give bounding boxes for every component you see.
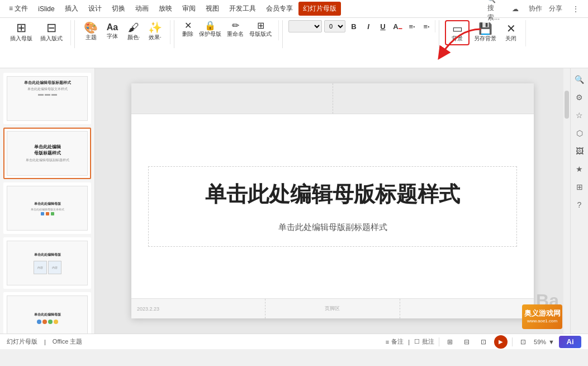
color-button[interactable]: 🖌 颜色· [124, 20, 144, 43]
slide-thumb-3[interactable]: 3 单击此处编辑母版 单击此处编辑母版文本样式 [3, 182, 91, 234]
slide-thumb-content-2: 单击此处编辑母版标题样式 单击此处编辑母版副标题样式 [7, 131, 88, 176]
sidebar-table-icon[interactable]: ⊞ [573, 180, 586, 194]
slide-thumb-4[interactable]: 4 单击此处编辑母版 内容 内容 [3, 237, 91, 289]
slide-header-left [131, 83, 333, 114]
align-left-button[interactable]: ≡· [406, 20, 418, 32]
delete-icon: ✕ [184, 21, 192, 30]
menu-review[interactable]: 审阅 [178, 2, 200, 16]
rename-button[interactable]: ✏ 重命名 [225, 20, 246, 39]
font-family-select[interactable] [288, 20, 322, 32]
delete-button[interactable]: ✕ 删除 [180, 20, 196, 39]
status-bar: 幻灯片母版 | Office 主题 ≡ 备注 | ☐ 批注 ⊞ ⊟ ⊡ ▶ ⊡ … [0, 334, 588, 349]
slide-thumb-1[interactable]: 1 单击此处编辑母版标题样式 单击此处编辑母版文本样式 [3, 73, 91, 124]
status-separator-2: | [408, 339, 410, 345]
slide-panel[interactable]: 1 单击此处编辑母版标题样式 单击此处编辑母版文本样式 2 单击此处编辑母版标题… [0, 68, 95, 334]
menu-member[interactable]: 会员专享 [262, 2, 297, 16]
status-right: ≡ 备注 | ☐ 批注 ⊞ ⊟ ⊡ ▶ ⊡ 59% ▼ Ai [386, 335, 581, 349]
save-background-button[interactable]: 💾 另存背景 [471, 21, 500, 44]
effects-icon: ✨ [148, 22, 162, 33]
sidebar-search-icon[interactable]: 🔍 [573, 73, 586, 86]
effects-button[interactable]: ✨ 效果· [145, 20, 165, 43]
cloud-icon[interactable]: ☁ [508, 3, 523, 15]
background-icon: ▭ [452, 23, 463, 34]
theme-label: 主题 [86, 34, 97, 41]
sidebar-grid-icon[interactable]: ⬡ [573, 126, 586, 140]
slide-main-title: 单击此处编辑母版标题样式 [160, 180, 505, 209]
zoom-arrow[interactable]: ▼ [548, 339, 554, 345]
menu-slideshow[interactable]: 放映 [154, 2, 177, 16]
font-size-select[interactable]: 0 [324, 20, 345, 32]
sidebar-help-icon[interactable]: ? [573, 198, 586, 212]
insert-master-icon: ⊞ [16, 22, 26, 34]
sidebar-image-icon[interactable]: 🖼 [573, 144, 586, 158]
sidebar-shape-icon[interactable]: ★ [573, 162, 586, 176]
protect-icon: 🔒 [205, 21, 216, 30]
align-right-button[interactable]: ≡· [420, 20, 433, 32]
font-color-button[interactable]: A▁ [391, 20, 404, 32]
delete-label: 删除 [182, 30, 193, 38]
branding-logo: 奥义游戏网 www.aoe1.com [522, 304, 562, 329]
background-button[interactable]: ▭ 背景 [445, 20, 470, 45]
close-label: 关闭 [505, 35, 516, 43]
slide-thumb-5[interactable]: 5 单击此处编辑母版 [3, 292, 91, 334]
separator-3 [282, 20, 283, 48]
menu-insert[interactable]: 插入 [60, 2, 83, 16]
color-icon: 🖌 [128, 22, 139, 33]
more-icon[interactable]: ⋮ [568, 3, 584, 15]
ribbon-group-insert: ⊞ 插入母版 ⊟ 插入版式 [4, 20, 71, 45]
slide-header-right [333, 83, 534, 114]
insert-master-button[interactable]: ⊞ 插入母版 [7, 20, 36, 44]
menu-view[interactable]: 视图 [201, 2, 224, 16]
notes-icon: ≡ [386, 339, 389, 345]
slide-body[interactable]: 单击此处编辑母版标题样式 单击此处编辑母版副标题样式 [131, 114, 534, 298]
normal-view-button[interactable]: ⊞ [444, 336, 456, 348]
slide-footer-page: 页脚区 [265, 299, 400, 318]
comment-icon: ☐ [414, 338, 420, 345]
slide-sorter-button[interactable]: ⊟ [461, 336, 473, 348]
rename-icon: ✏ [232, 21, 239, 30]
fit-button[interactable]: ⊡ [517, 336, 529, 348]
protect-button[interactable]: 🔒 保护母版 [197, 20, 224, 39]
notes-area[interactable]: ≡ 备注 [386, 337, 404, 346]
vertical-scrollbar[interactable] [563, 68, 570, 334]
slide-thumb-content-4: 单击此处编辑母版 内容 内容 [7, 241, 88, 285]
theme-buttons: 🎨 主题 Aa 字体 🖌 颜色· ✨ 效果· [80, 20, 165, 43]
close-button[interactable]: ✕ 关闭 [501, 21, 521, 44]
bold-button[interactable]: B [348, 20, 360, 32]
slide-thumb-2[interactable]: 2 单击此处编辑母版标题样式 单击此处编辑母版副标题样式 [3, 128, 91, 179]
play-button[interactable]: ▶ [494, 335, 508, 349]
underline-button[interactable]: U [377, 20, 389, 32]
menu-islide[interactable]: iSlide [34, 3, 59, 15]
menu-bar: ≡ 文件 iSlide 插入 设计 切换 动画 放映 审阅 视图 开发工具 会员… [4, 2, 341, 16]
menu-slidemaster[interactable]: 幻灯片母版 [298, 2, 341, 16]
search-icon[interactable]: 🔍 搜索... [487, 3, 503, 15]
separator-4 [439, 20, 439, 48]
sidebar-settings-icon[interactable]: ⚙ [573, 91, 586, 104]
italic-button[interactable]: I [362, 20, 374, 32]
comment-label: 批注 [422, 337, 434, 346]
status-separator-3 [439, 337, 439, 346]
menu-design[interactable]: 设计 [84, 2, 106, 16]
slide-content-box: 单击此处编辑母版标题样式 单击此处编辑母版副标题样式 [148, 166, 517, 247]
ai-button[interactable]: Ai [559, 336, 581, 348]
share-button[interactable]: 分享 [548, 3, 563, 15]
background-label: 背景 [452, 35, 463, 43]
status-theme: Office 主题 [53, 337, 83, 346]
slide-footer-num [400, 299, 534, 318]
slide-canvas: 单击此处编辑母版标题样式 单击此处编辑母版副标题样式 2023.2.23 页脚区 [131, 83, 534, 318]
collab-button[interactable]: 协作 [528, 3, 543, 15]
menu-file[interactable]: ≡ 文件 [4, 2, 32, 16]
layout-type-button[interactable]: ⊞ 母版版式 [247, 20, 274, 39]
menu-animation[interactable]: 动画 [131, 2, 153, 16]
theme-icon: 🎨 [84, 22, 98, 33]
comment-area[interactable]: ☐ 批注 [414, 337, 434, 346]
menu-devtools[interactable]: 开发工具 [225, 2, 260, 16]
scrollbar-thumb[interactable] [565, 91, 569, 119]
font-button[interactable]: Aa 字体 [102, 21, 122, 42]
menu-switch[interactable]: 切换 [107, 2, 130, 16]
theme-button[interactable]: 🎨 主题 [80, 20, 101, 43]
sidebar-star-icon[interactable]: ☆ [573, 109, 586, 122]
reading-view-button[interactable]: ⊡ [477, 336, 490, 348]
insert-layout-button[interactable]: ⊟ 插入版式 [37, 20, 66, 44]
zoom-control: 59% ▼ [534, 339, 554, 345]
